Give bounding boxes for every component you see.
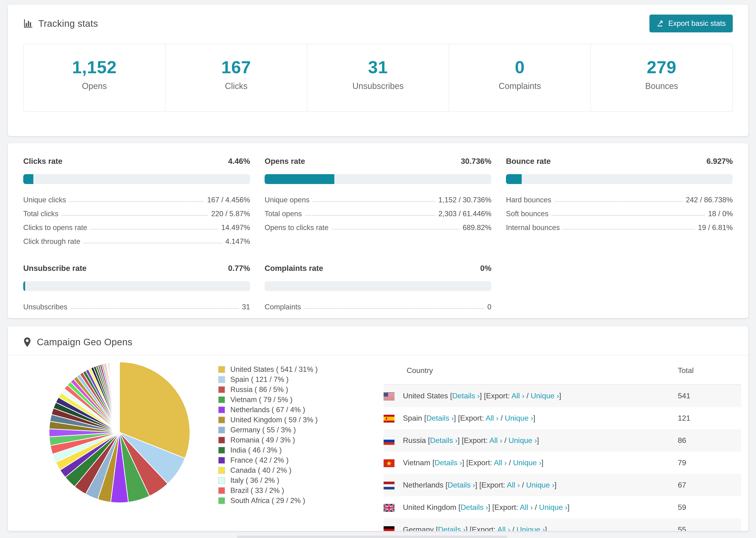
export-all-link[interactable]: All › [512, 392, 524, 400]
country-name: United Kingdom [403, 503, 459, 511]
details-link[interactable]: Details › [460, 503, 488, 511]
country-total: 59 [678, 496, 741, 518]
bracket: ] [555, 481, 557, 489]
geo-pie-chart[interactable] [47, 360, 197, 506]
legend-swatch [218, 457, 225, 464]
export-all-link[interactable]: All › [520, 503, 533, 511]
legend-item-united-kingdom[interactable]: United Kingdom ( 59 / 3% ) [218, 415, 343, 425]
dotted-leader [313, 201, 435, 202]
legend-item-canada[interactable]: Canada ( 40 / 2% ) [218, 465, 343, 475]
bar-chart-icon [23, 19, 33, 28]
export-unique-link[interactable]: Unique › [509, 436, 537, 445]
map-pin-icon [23, 337, 31, 348]
legend-item-germany[interactable]: Germany ( 55 / 3% ) [218, 425, 343, 435]
rate-progress-fill [265, 174, 334, 184]
details-link[interactable]: Details › [452, 392, 480, 400]
export-all-link[interactable]: All › [507, 481, 520, 489]
details-link[interactable]: Details › [448, 481, 475, 489]
export-all-link[interactable]: All › [486, 414, 499, 422]
details-link[interactable]: Details › [430, 436, 458, 445]
export-prefix: Export: [486, 392, 512, 400]
rate-stat-label: Internal bounces [506, 224, 560, 232]
country-total: 79 [678, 452, 741, 474]
rate-stat-row: Unsubscribes31 [23, 297, 250, 311]
slash: / [524, 392, 531, 400]
legend-item-united-states[interactable]: United States ( 541 / 31% ) [218, 364, 343, 374]
rate-block-unsubscribe-rate: Unsubscribe rate0.77%Unsubscribes31 [23, 264, 250, 311]
rate-stat-row: Clicks to opens rate14.497% [23, 218, 250, 232]
rate-progress-fill [23, 174, 33, 184]
dotted-leader [305, 215, 435, 216]
export-unique-link[interactable]: Unique › [526, 481, 555, 489]
bracket: ] [465, 525, 470, 531]
legend-item-spain[interactable]: Spain ( 121 / 7% ) [218, 374, 343, 385]
rate-stat-label: Soft bounces [506, 210, 549, 218]
legend-item-vietnam[interactable]: Vietnam ( 79 / 5% ) [218, 395, 343, 405]
stat-label: Clicks [225, 81, 247, 91]
legend-item-netherlands[interactable]: Netherlands ( 67 / 4% ) [218, 405, 343, 415]
rate-stat-row: Total clicks220 / 5.87% [23, 204, 250, 218]
export-unique-link[interactable]: Unique › [531, 392, 559, 400]
bracket: ] [488, 503, 492, 511]
export-unique-link[interactable]: Unique › [516, 525, 545, 531]
country-name: Russia [403, 436, 428, 445]
rate-stat-label: Total clicks [23, 210, 58, 218]
details-link[interactable]: Details › [426, 414, 454, 422]
legend-item-russia[interactable]: Russia ( 86 / 5% ) [218, 385, 343, 395]
export-all-link[interactable]: All › [489, 436, 502, 445]
stat-label: Unsubscribes [352, 81, 404, 91]
legend-item-france[interactable]: France ( 42 / 2% ) [218, 455, 343, 465]
country-name: Spain [403, 414, 424, 422]
column-header-total: Total [678, 360, 741, 385]
legend-item-brazil[interactable]: Brazil ( 33 / 2% ) [218, 485, 343, 496]
slash: / [502, 436, 509, 445]
rate-title: Clicks rate [23, 157, 63, 166]
rate-stat-value: 1,152 / 30.736% [438, 196, 491, 204]
legend-label: Italy ( 36 / 2% ) [230, 476, 279, 485]
rate-stat-row: Total opens2,303 / 61.446% [265, 204, 491, 218]
export-all-link[interactable]: All › [497, 525, 510, 531]
rate-stat-row: Complaints0 [265, 297, 491, 311]
details-link[interactable]: Details › [435, 458, 462, 467]
stat-value: 279 [647, 59, 676, 76]
bracket: [ [432, 458, 435, 467]
legend-item-italy[interactable]: Italy ( 36 / 2% ) [218, 475, 343, 485]
dotted-leader [90, 229, 218, 230]
country-name: Netherlands [403, 481, 445, 489]
geo-legend: United States ( 541 / 31% )Spain ( 121 /… [218, 360, 343, 506]
export-all-link[interactable]: All › [494, 458, 507, 467]
stat-value: 0 [515, 59, 525, 76]
rate-progress-bar [23, 281, 250, 291]
geo-table-row-ru: Russia [Details ›] [Export: All › / Uniq… [384, 429, 741, 452]
dotted-leader [83, 243, 222, 243]
summary-cell-unsubscribes: 31Unsubscribes [307, 44, 449, 112]
rate-value: 0.77% [228, 264, 250, 273]
country-name: Vietnam [403, 458, 432, 467]
bracket: [ [492, 503, 495, 511]
stat-value: 167 [221, 59, 251, 76]
geo-table-wrap: Country Total United States [Details ›] … [384, 360, 741, 531]
summary-cell-bounces: 279Bounces [591, 44, 732, 112]
legend-swatch [218, 447, 225, 454]
export-unique-link[interactable]: Unique › [513, 458, 541, 467]
rate-stat-row: Click through rate4.147% [23, 232, 250, 245]
export-unique-link[interactable]: Unique › [505, 414, 533, 422]
slash: / [510, 525, 516, 531]
rate-value: 4.46% [228, 157, 250, 166]
legend-item-romania[interactable]: Romania ( 49 / 3% ) [218, 435, 343, 445]
legend-swatch [218, 376, 225, 383]
export-basic-stats-button[interactable]: Export basic stats [649, 15, 733, 32]
dotted-leader [62, 215, 208, 216]
bracket: [ [428, 436, 430, 445]
legend-item-india[interactable]: India ( 46 / 3% ) [218, 445, 343, 455]
legend-swatch [218, 416, 225, 423]
geo-table-row-us: United States [Details ›] [Export: All ›… [384, 385, 741, 407]
export-unique-link[interactable]: Unique › [539, 503, 567, 511]
details-link[interactable]: Details › [438, 525, 465, 531]
legend-item-south-africa[interactable]: South Africa ( 29 / 2% ) [218, 496, 343, 506]
rate-stat-value: 689.82% [463, 224, 491, 232]
bracket: [ [445, 481, 448, 489]
country-total: 121 [678, 407, 741, 429]
slash: / [533, 503, 539, 511]
rate-stat-row: Soft bounces18 / 0% [506, 204, 733, 218]
